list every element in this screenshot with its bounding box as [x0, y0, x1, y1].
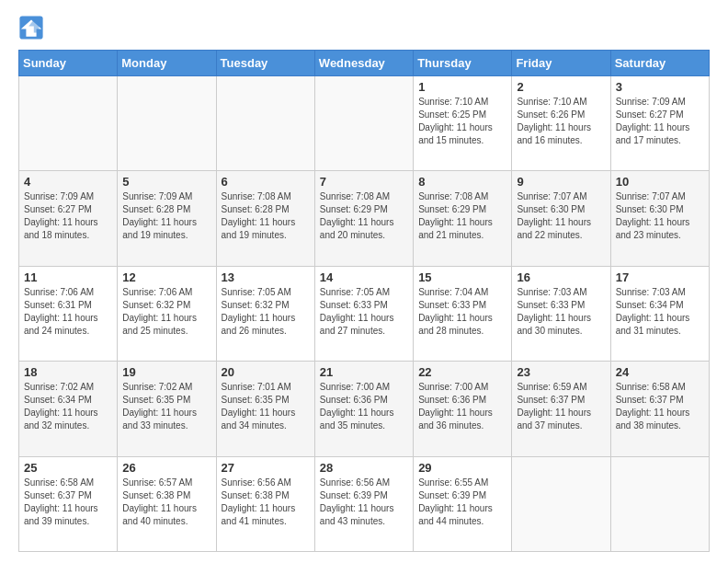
day-info: Sunrise: 7:09 AM Sunset: 6:27 PM Dayligh…: [616, 96, 704, 147]
calendar-cell: 11Sunrise: 7:06 AM Sunset: 6:31 PM Dayli…: [19, 266, 118, 361]
week-row-2: 4Sunrise: 7:09 AM Sunset: 6:27 PM Daylig…: [19, 171, 710, 266]
weekday-header-saturday: Saturday: [610, 51, 709, 76]
calendar-cell: 12Sunrise: 7:06 AM Sunset: 6:32 PM Dayli…: [118, 266, 216, 361]
day-info: Sunrise: 7:00 AM Sunset: 6:36 PM Dayligh…: [320, 381, 408, 432]
calendar-cell: 25Sunrise: 6:58 AM Sunset: 6:37 PM Dayli…: [19, 456, 118, 551]
day-number: 25: [24, 461, 112, 475]
day-number: 24: [616, 365, 704, 379]
day-info: Sunrise: 7:06 AM Sunset: 6:31 PM Dayligh…: [24, 286, 112, 338]
day-info: Sunrise: 7:03 AM Sunset: 6:34 PM Dayligh…: [616, 286, 704, 338]
day-number: 6: [222, 175, 310, 189]
calendar-cell: 19Sunrise: 7:02 AM Sunset: 6:35 PM Dayli…: [118, 362, 216, 456]
calendar-cell: 8Sunrise: 7:08 AM Sunset: 6:29 PM Daylig…: [414, 171, 512, 266]
calendar-cell: 6Sunrise: 7:08 AM Sunset: 6:28 PM Daylig…: [216, 171, 314, 266]
day-number: 20: [222, 365, 310, 379]
day-number: 19: [122, 365, 210, 379]
day-info: Sunrise: 6:56 AM Sunset: 6:38 PM Dayligh…: [222, 477, 310, 528]
day-info: Sunrise: 7:07 AM Sunset: 6:30 PM Dayligh…: [616, 190, 704, 242]
day-info: Sunrise: 7:05 AM Sunset: 6:32 PM Dayligh…: [222, 286, 310, 338]
calendar-cell: [118, 76, 216, 171]
day-info: Sunrise: 7:10 AM Sunset: 6:25 PM Dayligh…: [418, 96, 506, 147]
weekday-header-friday: Friday: [512, 51, 610, 76]
calendar-cell: [19, 76, 118, 171]
calendar-cell: 5Sunrise: 7:09 AM Sunset: 6:28 PM Daylig…: [118, 171, 216, 266]
day-number: 28: [320, 461, 408, 475]
day-number: 12: [122, 270, 210, 284]
calendar-cell: 24Sunrise: 6:58 AM Sunset: 6:37 PM Dayli…: [610, 362, 709, 456]
calendar-cell: 3Sunrise: 7:09 AM Sunset: 6:27 PM Daylig…: [610, 76, 709, 171]
day-number: 2: [517, 80, 605, 94]
day-number: 26: [122, 461, 210, 475]
day-info: Sunrise: 7:02 AM Sunset: 6:34 PM Dayligh…: [24, 381, 112, 432]
header: [18, 15, 710, 40]
calendar-table: SundayMondayTuesdayWednesdayThursdayFrid…: [18, 50, 710, 552]
weekday-header-sunday: Sunday: [19, 51, 118, 76]
day-info: Sunrise: 7:02 AM Sunset: 6:35 PM Dayligh…: [122, 381, 210, 432]
day-number: 17: [616, 270, 704, 284]
day-info: Sunrise: 7:10 AM Sunset: 6:26 PM Dayligh…: [517, 96, 605, 147]
day-info: Sunrise: 7:09 AM Sunset: 6:28 PM Dayligh…: [122, 190, 210, 242]
calendar-cell: [610, 456, 709, 551]
day-number: 5: [122, 175, 210, 189]
day-info: Sunrise: 7:07 AM Sunset: 6:30 PM Dayligh…: [517, 190, 605, 242]
calendar-cell: 26Sunrise: 6:57 AM Sunset: 6:38 PM Dayli…: [118, 456, 216, 551]
day-info: Sunrise: 7:04 AM Sunset: 6:33 PM Dayligh…: [418, 286, 506, 338]
calendar-cell: 20Sunrise: 7:01 AM Sunset: 6:35 PM Dayli…: [216, 362, 314, 456]
page: SundayMondayTuesdayWednesdayThursdayFrid…: [0, 0, 728, 563]
day-number: 9: [517, 175, 605, 189]
day-number: 8: [418, 175, 506, 189]
calendar-cell: 16Sunrise: 7:03 AM Sunset: 6:33 PM Dayli…: [512, 266, 610, 361]
logo-icon: [18, 15, 44, 40]
day-info: Sunrise: 6:57 AM Sunset: 6:38 PM Dayligh…: [122, 477, 210, 528]
weekday-header-thursday: Thursday: [414, 51, 512, 76]
logo: [18, 15, 48, 40]
day-info: Sunrise: 7:08 AM Sunset: 6:29 PM Dayligh…: [320, 190, 408, 242]
day-number: 14: [320, 270, 408, 284]
calendar-cell: [216, 76, 314, 171]
day-info: Sunrise: 7:08 AM Sunset: 6:28 PM Dayligh…: [222, 190, 310, 242]
day-info: Sunrise: 6:58 AM Sunset: 6:37 PM Dayligh…: [24, 477, 112, 528]
calendar-cell: 17Sunrise: 7:03 AM Sunset: 6:34 PM Dayli…: [610, 266, 709, 361]
day-info: Sunrise: 6:55 AM Sunset: 6:39 PM Dayligh…: [418, 477, 506, 528]
weekday-header-row: SundayMondayTuesdayWednesdayThursdayFrid…: [19, 51, 710, 76]
calendar-cell: 23Sunrise: 6:59 AM Sunset: 6:37 PM Dayli…: [512, 362, 610, 456]
day-number: 16: [517, 270, 605, 284]
day-number: 29: [418, 461, 506, 475]
day-number: 15: [418, 270, 506, 284]
calendar-cell: 27Sunrise: 6:56 AM Sunset: 6:38 PM Dayli…: [216, 456, 314, 551]
calendar-cell: 9Sunrise: 7:07 AM Sunset: 6:30 PM Daylig…: [512, 171, 610, 266]
day-number: 21: [320, 365, 408, 379]
day-info: Sunrise: 7:06 AM Sunset: 6:32 PM Dayligh…: [122, 286, 210, 338]
calendar-cell: 7Sunrise: 7:08 AM Sunset: 6:29 PM Daylig…: [314, 171, 413, 266]
week-row-3: 11Sunrise: 7:06 AM Sunset: 6:31 PM Dayli…: [19, 266, 710, 361]
calendar-cell: 10Sunrise: 7:07 AM Sunset: 6:30 PM Dayli…: [610, 171, 709, 266]
day-number: 11: [24, 270, 112, 284]
calendar-cell: 1Sunrise: 7:10 AM Sunset: 6:25 PM Daylig…: [414, 76, 512, 171]
day-info: Sunrise: 7:08 AM Sunset: 6:29 PM Dayligh…: [418, 190, 506, 242]
day-info: Sunrise: 6:56 AM Sunset: 6:39 PM Dayligh…: [320, 477, 408, 528]
calendar-cell: [512, 456, 610, 551]
day-info: Sunrise: 7:05 AM Sunset: 6:33 PM Dayligh…: [320, 286, 408, 338]
week-row-4: 18Sunrise: 7:02 AM Sunset: 6:34 PM Dayli…: [19, 362, 710, 456]
day-number: 4: [24, 175, 112, 189]
day-number: 10: [616, 175, 704, 189]
calendar-cell: 15Sunrise: 7:04 AM Sunset: 6:33 PM Dayli…: [414, 266, 512, 361]
calendar-cell: 22Sunrise: 7:00 AM Sunset: 6:36 PM Dayli…: [414, 362, 512, 456]
day-number: 23: [517, 365, 605, 379]
day-info: Sunrise: 7:09 AM Sunset: 6:27 PM Dayligh…: [24, 190, 112, 242]
day-number: 18: [24, 365, 112, 379]
day-info: Sunrise: 7:00 AM Sunset: 6:36 PM Dayligh…: [418, 381, 506, 432]
day-info: Sunrise: 6:58 AM Sunset: 6:37 PM Dayligh…: [616, 381, 704, 432]
weekday-header-wednesday: Wednesday: [314, 51, 413, 76]
calendar-cell: 18Sunrise: 7:02 AM Sunset: 6:34 PM Dayli…: [19, 362, 118, 456]
calendar-cell: 29Sunrise: 6:55 AM Sunset: 6:39 PM Dayli…: [414, 456, 512, 551]
calendar-cell: 4Sunrise: 7:09 AM Sunset: 6:27 PM Daylig…: [19, 171, 118, 266]
day-number: 22: [418, 365, 506, 379]
day-info: Sunrise: 7:01 AM Sunset: 6:35 PM Dayligh…: [222, 381, 310, 432]
day-number: 13: [222, 270, 310, 284]
day-number: 3: [616, 80, 704, 94]
week-row-1: 1Sunrise: 7:10 AM Sunset: 6:25 PM Daylig…: [19, 76, 710, 171]
calendar-cell: 21Sunrise: 7:00 AM Sunset: 6:36 PM Dayli…: [314, 362, 413, 456]
calendar-cell: 2Sunrise: 7:10 AM Sunset: 6:26 PM Daylig…: [512, 76, 610, 171]
day-number: 27: [222, 461, 310, 475]
